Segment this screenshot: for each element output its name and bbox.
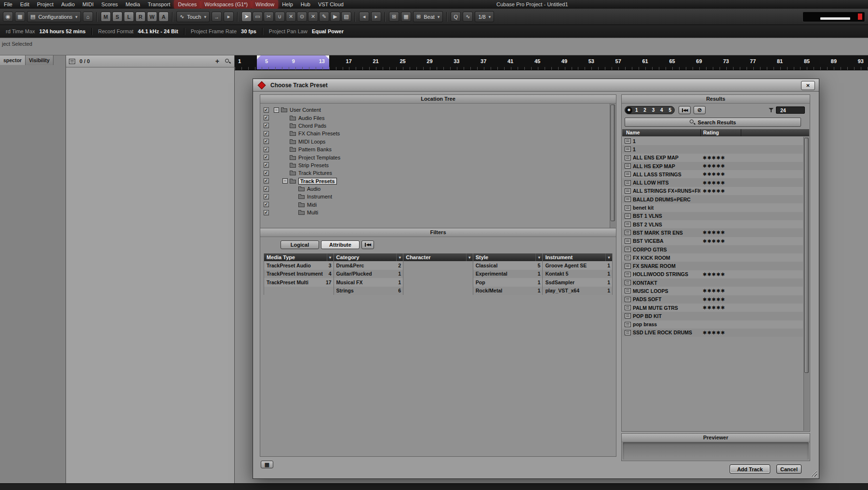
checkbox[interactable]: ✓	[264, 123, 269, 128]
rating-5-button[interactable]: 5	[668, 107, 671, 113]
chevron-down-icon[interactable]: ▾	[327, 253, 334, 261]
result-row[interactable]: 1	[622, 137, 803, 145]
configurations-dropdown[interactable]: ▤ Configurations ▾	[27, 11, 81, 22]
state-button-s[interactable]: S	[112, 12, 122, 22]
attribute-tab-button[interactable]: Attribute	[321, 240, 360, 249]
filter-value-row[interactable]: TrackPreset Multi17	[264, 278, 334, 287]
result-row[interactable]: POP BD KIT	[622, 312, 803, 320]
filter-value-row[interactable]: Drum&Perc2	[334, 261, 403, 270]
menu-item-edit[interactable]: Edit	[16, 0, 33, 9]
result-row[interactable]: CORPO GTRS	[622, 245, 803, 253]
reset-result-filters-button[interactable]: ⊘	[694, 106, 706, 114]
checkbox[interactable]: ✓	[264, 147, 269, 152]
result-row[interactable]: pop brass	[622, 320, 803, 329]
filter-column-header[interactable]: Instrument▾	[543, 253, 612, 261]
tree-item-audio[interactable]: ✓Audio	[261, 185, 609, 193]
column-header-name[interactable]: Name	[626, 130, 640, 135]
setup-toolbar-button[interactable]: ▦	[15, 12, 25, 22]
filter-value-row[interactable]: Guitar/Plucked1	[334, 270, 403, 278]
chevron-down-icon[interactable]: ▾	[466, 253, 473, 261]
view-mode-button[interactable]: ▦	[261, 461, 273, 468]
menu-item-transport[interactable]: Transport	[144, 0, 174, 9]
draw-tool-button[interactable]: ✎	[319, 12, 329, 22]
chevron-down-icon[interactable]: ▾	[396, 253, 403, 261]
add-track-button[interactable]: Add Track	[730, 464, 770, 474]
result-row[interactable]: ALL STRINGS FX+RUNS+FIGURES✱✱✱✱✱	[622, 187, 803, 195]
result-row[interactable]: ALL LOW HITS✱✱✱✱✱	[622, 178, 803, 186]
resize-grip[interactable]	[811, 470, 817, 477]
color-tool-button[interactable]: ▧	[341, 12, 351, 22]
tab-spector[interactable]: spector	[0, 55, 26, 65]
filter-value-row[interactable]: Strings6	[334, 287, 403, 295]
workspace-home-button[interactable]: ⌂	[83, 12, 93, 22]
result-row[interactable]: FX KICK ROOM	[622, 253, 803, 262]
range-selection-tool-button[interactable]: ▭	[253, 12, 263, 22]
auto-scroll-button[interactable]: →	[212, 12, 222, 22]
tree-item-user-content[interactable]: ✓−User Content	[261, 106, 609, 114]
grid-type-dropdown[interactable]: ⊞ Beat ▾	[413, 11, 443, 22]
erase-tool-button[interactable]: ✕	[286, 12, 296, 22]
tree-item-multi[interactable]: ✓Multi	[261, 209, 609, 216]
state-button-r[interactable]: R	[135, 12, 146, 22]
object-selection-tool-button[interactable]: ➤	[241, 12, 252, 22]
menu-item-vst-cloud[interactable]: VST Cloud	[314, 0, 347, 9]
checkbox[interactable]: ✓	[264, 202, 269, 207]
scrollbar-thumb[interactable]	[804, 138, 809, 373]
menu-item-audio[interactable]: Audio	[57, 0, 79, 9]
filter-column-header[interactable]: Style▾	[473, 253, 543, 261]
menu-item-window[interactable]: Window	[252, 0, 278, 9]
menu-item-hub[interactable]: Hub	[297, 0, 314, 9]
filter-value-row[interactable]: TrackPreset Instrument4	[264, 270, 334, 278]
dialog-close-button[interactable]: ✕	[801, 81, 815, 90]
filter-value-row[interactable]: Pop1	[473, 278, 543, 287]
filter-column-header[interactable]: Category▾	[334, 253, 403, 261]
right-locator-icon[interactable]	[325, 55, 329, 59]
collapse-icon[interactable]: −	[282, 178, 288, 184]
state-button-a[interactable]: A	[159, 12, 169, 22]
result-row[interactable]: ALL HS EXP MAP✱✱✱✱✱	[622, 162, 803, 170]
nudge-left-button[interactable]: ◂	[359, 12, 369, 22]
tree-item-pattern-banks[interactable]: ✓Pattern Banks	[261, 146, 609, 153]
result-row[interactable]: benet kit	[622, 203, 803, 212]
result-row[interactable]: SSD LIVE ROCK DRUMS✱✱✱✱✱	[622, 329, 803, 337]
filter-value-row[interactable]: play_VST_x641	[543, 287, 612, 295]
menu-item-file[interactable]: File	[0, 0, 16, 9]
search-results-button[interactable]: Search Results	[625, 118, 801, 127]
filter-column-header[interactable]: Media Type▾	[264, 253, 334, 261]
state-button-m[interactable]: M	[101, 12, 111, 22]
filter-value-row[interactable]: Kontakt 51	[543, 270, 612, 278]
result-row[interactable]: HOLLIWOOD STRINGS✱✱✱✱✱	[622, 270, 803, 278]
result-row[interactable]: BST VICEBA✱✱✱✱✱	[622, 237, 803, 245]
filter-value-row[interactable]: SsdSampler1	[543, 278, 612, 287]
state-button-w[interactable]: W	[147, 12, 157, 22]
dialog-title-bar[interactable]: Choose Track Preset ✕	[253, 79, 819, 92]
checkbox[interactable]: ✓	[264, 162, 269, 168]
checkbox[interactable]: ✓	[264, 131, 269, 136]
filter-value-row[interactable]: Musical FX1	[334, 278, 403, 287]
follow-playback-button[interactable]: ▸	[224, 12, 234, 22]
reset-filters-button[interactable]: ◀◀	[361, 240, 374, 249]
menu-item-help[interactable]: Help	[278, 0, 297, 9]
result-row[interactable]: BALLAD DRUMS+PERC	[622, 195, 803, 203]
result-row[interactable]: KONTAKT	[622, 278, 803, 287]
result-row[interactable]: FX SNARE ROOM	[622, 262, 803, 270]
zoom-tool-button[interactable]: ⊙	[297, 12, 307, 22]
menu-item-project[interactable]: Project	[33, 0, 57, 9]
location-tree-scrollbar[interactable]	[610, 104, 615, 239]
checkbox[interactable]: ✓	[264, 107, 269, 113]
result-row[interactable]: BST MARK STR ENS✱✱✱✱✱	[622, 228, 803, 237]
split-tool-button[interactable]: ✂	[264, 12, 274, 22]
rating-2-button[interactable]: 2	[643, 107, 646, 113]
tree-item-instrument[interactable]: ✓Instrument	[261, 193, 609, 200]
menu-item-workspaces-g1[interactable]: Workspaces (G1*)	[200, 0, 252, 9]
checkbox[interactable]: ✓	[264, 210, 269, 215]
timeline-ruler[interactable]: 1591317212529333741454953576165697377818…	[235, 55, 868, 70]
menu-item-midi[interactable]: MIDI	[79, 0, 97, 9]
tree-item-track-pictures[interactable]: ✓Track Pictures	[261, 169, 609, 177]
checkbox[interactable]: ✓	[264, 171, 269, 176]
result-row[interactable]: MUSIC LOOPS✱✱✱✱✱	[622, 287, 803, 295]
filter-value-row[interactable]: TrackPreset Audio3	[264, 261, 334, 270]
checkbox[interactable]: ✓	[264, 186, 269, 192]
menu-item-media[interactable]: Media	[122, 0, 144, 9]
result-row[interactable]: ALL LASS STRINGS✱✱✱✱✱	[622, 170, 803, 178]
